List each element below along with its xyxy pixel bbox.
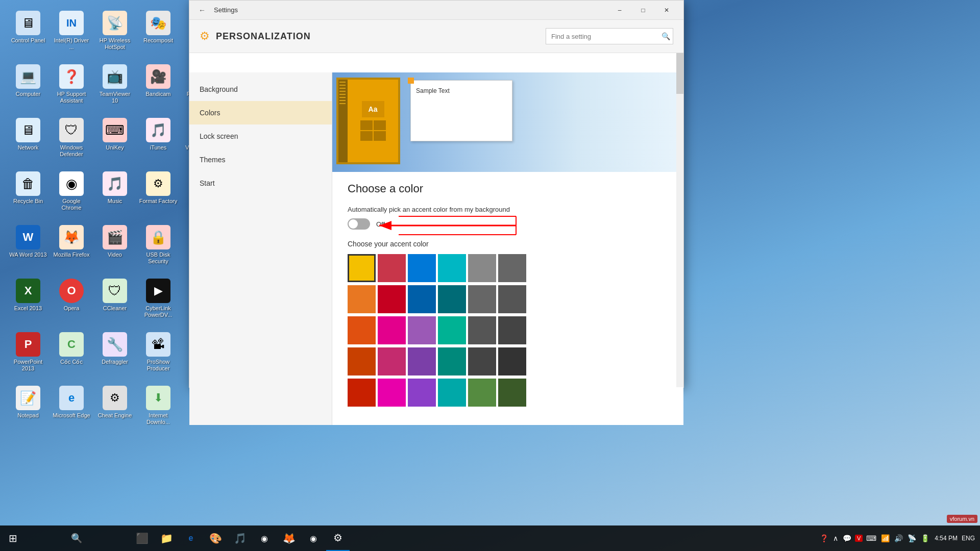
- icon-internet-download[interactable]: ⬇ Internet Downlo...: [138, 383, 179, 434]
- icon-music[interactable]: 🎵 Music: [94, 168, 135, 219]
- color-swatch-magenta[interactable]: [378, 347, 406, 375]
- color-swatch-green1[interactable]: [438, 347, 466, 375]
- color-swatch-darkorange[interactable]: [348, 316, 376, 344]
- color-swatch-yellow[interactable]: [348, 254, 376, 282]
- taskbar-paint[interactable]: 🎨: [204, 525, 227, 551]
- color-swatch-darkgray2[interactable]: [498, 285, 526, 313]
- icon-proshow[interactable]: 📽 ProShow Producer: [138, 329, 179, 380]
- icon-opera[interactable]: O Opera: [51, 276, 92, 327]
- icon-format-factory[interactable]: ⚙ Format Factory: [138, 168, 179, 219]
- scrollbar-thumb[interactable]: [676, 53, 683, 94]
- color-swatch-darkgray3[interactable]: [498, 316, 526, 344]
- color-swatch-darkgreen[interactable]: [498, 379, 526, 407]
- color-swatch-teal3[interactable]: [438, 379, 466, 407]
- sidebar-item-start[interactable]: Start: [189, 171, 332, 195]
- sidebar-item-background[interactable]: Background: [189, 78, 332, 101]
- scrollbar-track[interactable]: [676, 53, 683, 387]
- sample-text-label: Sample Text: [416, 87, 450, 94]
- icon-defraggler[interactable]: 🔧 Defraggler: [94, 329, 135, 380]
- color-swatch-blue2[interactable]: [408, 285, 436, 313]
- icon-notepad[interactable]: 📝 Notepad: [8, 383, 48, 434]
- taskbar-chrome2[interactable]: ◉: [302, 525, 325, 551]
- color-swatch-orange[interactable]: [348, 285, 376, 313]
- language-indicator[interactable]: ENG: [962, 535, 975, 542]
- color-swatch-darkgray1[interactable]: [498, 254, 526, 282]
- start-button[interactable]: ⊞: [0, 525, 26, 551]
- taskbar-firefox[interactable]: 🦊: [277, 525, 301, 551]
- keyboard-tray-icon[interactable]: ⌨: [865, 533, 877, 543]
- icon-unikey[interactable]: ⌨ UniKey: [94, 115, 135, 166]
- wifi-tray-icon[interactable]: 📡: [906, 533, 917, 543]
- color-swatch-gray1[interactable]: [468, 254, 496, 282]
- color-swatch-pink[interactable]: [378, 316, 406, 344]
- auto-pick-toggle[interactable]: [348, 218, 370, 230]
- back-button[interactable]: ←: [194, 3, 210, 18]
- taskbar-media[interactable]: 🎵: [228, 525, 252, 551]
- icon-computer[interactable]: 💻 Computer: [8, 61, 48, 112]
- minimize-button[interactable]: –: [608, 1, 631, 20]
- color-swatch-mint[interactable]: [438, 316, 466, 344]
- msg-tray-icon[interactable]: 💬: [842, 533, 852, 543]
- icon-powerpoint[interactable]: P PowerPoint 2013: [8, 329, 48, 380]
- icon-usb-security[interactable]: 🔒 USB Disk Security: [138, 222, 179, 273]
- taskbar-task-view[interactable]: ⬛: [130, 525, 154, 551]
- taskbar-items: ⬛ 📁 e 🎨 🎵 ◉ 🦊 ◉ ⚙: [130, 525, 350, 551]
- icon-hp-support[interactable]: ❓ HP Support Assistant: [51, 61, 92, 112]
- icon-network[interactable]: 🖥 Network: [8, 115, 48, 166]
- icon-cheat-engine[interactable]: ⚙ Cheat Engine: [94, 383, 135, 434]
- color-swatch-blue1[interactable]: [408, 254, 436, 282]
- v-tray-icon[interactable]: V: [855, 535, 863, 542]
- chevron-up-icon[interactable]: ∧: [832, 533, 839, 543]
- network-tray-icon[interactable]: 📶: [880, 533, 891, 543]
- sidebar-item-themes[interactable]: Themes: [189, 148, 332, 171]
- toggle-row: Off: [348, 218, 668, 230]
- color-swatch-purple3[interactable]: [408, 379, 436, 407]
- taskbar-ie[interactable]: e: [179, 525, 203, 551]
- maximize-button[interactable]: □: [631, 1, 655, 20]
- icon-itunes[interactable]: 🎵 iTunes: [138, 115, 179, 166]
- taskbar-chrome[interactable]: ◉: [253, 525, 276, 551]
- color-swatch-teal2[interactable]: [438, 285, 466, 313]
- icon-word-2013[interactable]: W WA Word 2013: [8, 222, 48, 273]
- color-swatch-olive[interactable]: [468, 379, 496, 407]
- taskbar-explorer[interactable]: 📁: [155, 525, 178, 551]
- icon-edge[interactable]: e Microsoft Edge: [51, 383, 92, 434]
- icon-hp-wireless[interactable]: 📡 HP Wireless HotSpot: [94, 8, 135, 59]
- icon-recycle-bin[interactable]: 🗑 Recycle Bin: [8, 168, 48, 219]
- icon-google-chrome[interactable]: ◉ Google Chrome: [51, 168, 92, 219]
- color-swatch-purple2[interactable]: [408, 347, 436, 375]
- icon-teamviewer[interactable]: 📺 TeamViewer 10: [94, 61, 135, 112]
- icon-video[interactable]: 🎬 Video: [94, 222, 135, 273]
- search-button[interactable]: 🔍: [26, 525, 128, 551]
- help-tray-icon[interactable]: ❓: [819, 533, 829, 543]
- icon-recomposit[interactable]: 🎭 Recomposit: [138, 8, 179, 59]
- sidebar-item-colors[interactable]: Colors: [189, 101, 332, 124]
- icon-intel-driver[interactable]: IN Intel(R) Driver ...: [51, 8, 92, 59]
- icon-bandicam[interactable]: 🎥 Bandicam: [138, 61, 179, 112]
- icon-control-panel[interactable]: 🖥 Control Panel: [8, 8, 48, 59]
- color-swatch-darkgray4[interactable]: [498, 347, 526, 375]
- close-button[interactable]: ✕: [655, 1, 678, 20]
- icon-excel[interactable]: X Excel 2013: [8, 276, 48, 327]
- icon-ccleaner[interactable]: 🛡 CCleaner: [94, 276, 135, 327]
- color-swatch-gray4[interactable]: [468, 347, 496, 375]
- icon-coccoc[interactable]: C Cốc Cốc: [51, 329, 92, 380]
- color-swatch-red1[interactable]: [378, 254, 406, 282]
- icon-firefox[interactable]: 🦊 Mozilla Firefox: [51, 222, 92, 273]
- color-swatch-red2[interactable]: [378, 285, 406, 313]
- taskbar-settings[interactable]: ⚙: [326, 525, 350, 551]
- color-swatch-rust[interactable]: [348, 347, 376, 375]
- system-clock[interactable]: 4:54 PM: [935, 534, 958, 543]
- volume-tray-icon[interactable]: 🔊: [893, 533, 904, 543]
- settings-search-input[interactable]: [546, 28, 673, 44]
- color-swatch-gray3[interactable]: [468, 316, 496, 344]
- sidebar-item-lockscreen[interactable]: Lock screen: [189, 124, 332, 148]
- color-swatch-purple1[interactable]: [408, 316, 436, 344]
- color-swatch-teal1[interactable]: [438, 254, 466, 282]
- color-swatch-hotpink[interactable]: [378, 379, 406, 407]
- color-swatch-red3[interactable]: [348, 379, 376, 407]
- color-swatch-gray2[interactable]: [468, 285, 496, 313]
- icon-windows-defender[interactable]: 🛡 Windows Defender: [51, 115, 92, 166]
- icon-cyberlink[interactable]: ▶ CyberLink PowerDV...: [138, 276, 179, 327]
- battery-tray-icon[interactable]: 🔋: [920, 533, 930, 543]
